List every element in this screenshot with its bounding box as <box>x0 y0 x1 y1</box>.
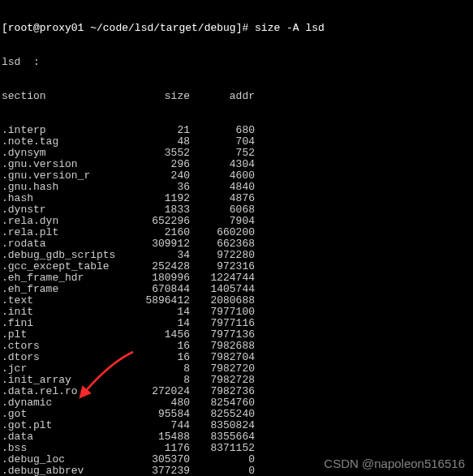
section-name: .dynstr <box>2 204 125 216</box>
section-size: 36 <box>125 182 190 193</box>
section-addr: 8371152 <box>190 443 255 454</box>
section-size: 14 <box>125 318 190 329</box>
section-name: .text <box>2 295 125 307</box>
section-addr: 7982736 <box>190 386 255 397</box>
section-name: .rodata <box>2 238 125 250</box>
section-name: .got.plt <box>2 420 125 431</box>
watermark: CSDN @napoleon516516 <box>324 458 465 470</box>
section-addr: 662368 <box>190 238 255 250</box>
section-addr: 8254760 <box>190 397 255 409</box>
section-addr: 7977116 <box>190 318 255 329</box>
table-row: .ctors167982688 <box>2 341 471 352</box>
section-addr: 972316 <box>190 261 255 272</box>
table-row: .eh_frame_hdr1809961224744 <box>2 272 471 284</box>
section-name: .gnu.version <box>2 159 125 170</box>
section-size: 252428 <box>125 261 190 272</box>
header-section: section <box>2 91 125 102</box>
subline: lsd : <box>2 57 471 68</box>
section-name: .dtors <box>2 352 125 363</box>
section-size: 5896412 <box>125 295 190 307</box>
section-name: .debug_loc <box>2 454 125 465</box>
table-row: .data154888355664 <box>2 431 471 443</box>
section-name: .note.tag <box>2 136 125 148</box>
section-name: .init_array <box>2 375 125 386</box>
shell-prompt: [root@proxy01 ~/code/lsd/target/debug]# … <box>2 23 471 34</box>
section-addr: 8255240 <box>190 409 255 420</box>
section-size: 480 <box>125 397 190 409</box>
section-addr: 0 <box>190 454 255 465</box>
section-size: 744 <box>125 420 190 431</box>
section-name: .data.rel.ro <box>2 386 125 397</box>
terminal-output[interactable]: [root@proxy01 ~/code/lsd/target/debug]# … <box>0 0 473 476</box>
section-addr: 704 <box>190 136 255 148</box>
table-row: .dynstr18336068 <box>2 204 471 216</box>
section-name: .gnu.hash <box>2 182 125 193</box>
section-name: .rela.dyn <box>2 216 125 227</box>
table-row: .gnu.hash364840 <box>2 182 471 193</box>
table-row: .plt14567977136 <box>2 329 471 341</box>
section-name: .dynamic <box>2 397 125 409</box>
section-size: 3552 <box>125 148 190 159</box>
section-size: 21 <box>125 125 190 136</box>
section-size: 309912 <box>125 238 190 250</box>
section-addr: 0 <box>190 465 255 476</box>
section-name: .eh_frame <box>2 284 125 295</box>
section-addr: 1224744 <box>190 272 255 284</box>
table-row: .jcr87982720 <box>2 363 471 375</box>
section-addr: 4304 <box>190 159 255 170</box>
section-name: .debug_gdb_scripts <box>2 250 125 261</box>
header-row: section size addr <box>2 91 471 102</box>
section-size: 2160 <box>125 227 190 238</box>
table-row: .dynsym3552752 <box>2 148 471 159</box>
table-row: .gcc_except_table252428972316 <box>2 261 471 272</box>
section-name: .bss <box>2 443 125 454</box>
section-addr: 7977136 <box>190 329 255 341</box>
section-size: 15488 <box>125 431 190 443</box>
section-addr: 6068 <box>190 204 255 216</box>
section-addr: 1405744 <box>190 284 255 295</box>
table-row: .hash11924876 <box>2 193 471 204</box>
section-size: 1833 <box>125 204 190 216</box>
table-row: .dynamic4808254760 <box>2 397 471 409</box>
section-addr: 7904 <box>190 216 255 227</box>
header-size: size <box>125 91 190 102</box>
table-row: .rela.dyn6522967904 <box>2 216 471 227</box>
section-name: .jcr <box>2 363 125 375</box>
section-name: .debug_abbrev <box>2 465 125 476</box>
section-size: 34 <box>125 250 190 261</box>
section-addr: 680 <box>190 125 255 136</box>
section-size: 272024 <box>125 386 190 397</box>
section-addr: 7977100 <box>190 307 255 318</box>
section-size: 377239 <box>125 465 190 476</box>
table-row: .gnu.version2964304 <box>2 159 471 170</box>
section-name: .fini <box>2 318 125 329</box>
section-addr: 660200 <box>190 227 255 238</box>
table-row: .rodata309912662368 <box>2 238 471 250</box>
section-addr: 7982704 <box>190 352 255 363</box>
section-name: .gnu.version_r <box>2 170 125 182</box>
section-name: .init <box>2 307 125 318</box>
table-row: .gnu.version_r2404600 <box>2 170 471 182</box>
section-addr: 7982728 <box>190 375 255 386</box>
section-name: .got <box>2 409 125 420</box>
section-size: 16 <box>125 341 190 352</box>
table-row: .init147977100 <box>2 307 471 318</box>
section-addr: 752 <box>190 148 255 159</box>
section-size: 48 <box>125 136 190 148</box>
section-name: .data <box>2 431 125 443</box>
section-name: .ctors <box>2 341 125 352</box>
section-name: .gcc_except_table <box>2 261 125 272</box>
section-size: 670844 <box>125 284 190 295</box>
table-row: .data.rel.ro2720247982736 <box>2 386 471 397</box>
section-size: 1176 <box>125 443 190 454</box>
table-row: .note.tag48704 <box>2 136 471 148</box>
section-name: .dynsym <box>2 148 125 159</box>
table-row: .dtors167982704 <box>2 352 471 363</box>
table-row: .fini147977116 <box>2 318 471 329</box>
section-addr: 972280 <box>190 250 255 261</box>
section-addr: 8350824 <box>190 420 255 431</box>
section-addr: 2080688 <box>190 295 255 307</box>
table-row: .rela.plt2160660200 <box>2 227 471 238</box>
table-row: .text58964122080688 <box>2 295 471 307</box>
section-size: 95584 <box>125 409 190 420</box>
